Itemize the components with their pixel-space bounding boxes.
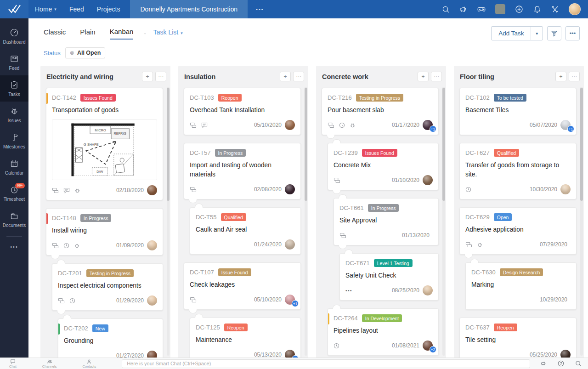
task-id-link[interactable]: DC-T661 [339, 204, 364, 211]
task-id-link[interactable]: DC-T107 [190, 269, 214, 276]
column-scrollbar[interactable] [305, 87, 307, 356]
sidebar-item-feed[interactable]: Feed [0, 49, 28, 75]
app-logo[interactable] [0, 0, 28, 18]
task-card[interactable]: DC-T125 Reopen Maintenance 05/13/2020 +1 [190, 318, 301, 358]
assignee-overflow-badge[interactable]: +1 [430, 125, 436, 132]
task-id-link[interactable]: DC-T627 [465, 149, 490, 156]
tab-kanban[interactable]: Kanban [110, 28, 134, 40]
sidebar-item-documents[interactable]: Documents [0, 206, 28, 233]
task-title[interactable]: Marking [471, 280, 571, 290]
scrollbar-thumb[interactable] [442, 88, 445, 201]
assignee-avatar[interactable] [147, 295, 157, 306]
task-card[interactable]: DC-T55 Qualified Caulk and Air seal 01/2… [190, 207, 301, 255]
task-id-link[interactable]: DC-T102 [465, 94, 490, 101]
assignee-avatar[interactable] [423, 285, 433, 295]
statusbar-contacts[interactable]: Contacts [83, 359, 96, 369]
filter-status-link[interactable]: Status [44, 50, 61, 57]
column-add-button[interactable]: + [142, 72, 153, 81]
assignee-overflow-badge[interactable]: +1 [292, 300, 299, 307]
column-scrollbar[interactable] [167, 87, 170, 356]
task-title[interactable]: Pour basement slab [328, 106, 433, 115]
search-icon[interactable] [441, 5, 450, 13]
assignee-avatar[interactable]: +2 [423, 341, 433, 351]
task-title[interactable]: Site Approval [339, 216, 433, 225]
notifications-icon[interactable] [533, 5, 541, 13]
tab-plain[interactable]: Plain [80, 28, 95, 39]
sidebar-item-timesheet[interactable]: 99+ Timesheet [0, 180, 28, 206]
task-list-dropdown[interactable]: Task List▾ [153, 28, 183, 38]
user-avatar[interactable] [569, 3, 581, 15]
assignee-avatar[interactable]: +1 [560, 120, 571, 130]
sidebar-item-dashboard[interactable]: Dashboard [0, 23, 28, 49]
task-card[interactable]: DC-T102 To be tested Basement Tiles 05/0… [459, 88, 577, 135]
column-more-button[interactable]: ⋯ [569, 72, 580, 81]
add-icon[interactable] [515, 5, 523, 13]
nav-feed[interactable]: Feed [63, 0, 90, 18]
assignee-avatar[interactable]: +1 [423, 120, 433, 130]
column-more-button[interactable]: ⋯ [155, 72, 166, 81]
task-title[interactable]: Install wiring [52, 226, 157, 235]
column-add-button[interactable]: + [555, 72, 566, 81]
task-title[interactable]: Import and testing of wooden materials [190, 161, 295, 179]
task-card[interactable]: DC-T630 Design Research Marking 10/29/20… [465, 262, 577, 310]
task-title[interactable]: Concrete Mix [334, 161, 433, 170]
tab-classic[interactable]: Classic [44, 28, 66, 39]
megaphone-icon[interactable] [540, 360, 547, 367]
task-card[interactable]: DC-T107 Issue Found Check leakages 05/10… [184, 262, 301, 310]
task-title[interactable]: Inspect electrical components [58, 281, 157, 290]
task-id-link[interactable]: DC-T125 [196, 324, 220, 331]
timer-icon[interactable] [495, 4, 505, 14]
task-id-link[interactable]: DC-T239 [334, 149, 358, 156]
assignee-avatar[interactable] [560, 184, 571, 194]
task-attachment-image[interactable]: MICRO REFRIG G-SHAPE D/W [52, 119, 157, 180]
scrollbar-thumb[interactable] [167, 88, 170, 201]
assignee-avatar[interactable] [285, 184, 295, 194]
assignee-avatar[interactable] [285, 120, 295, 130]
task-card[interactable]: DC-T239 Issues Found Concrete Mix 01/10/… [328, 143, 439, 190]
task-id-link[interactable]: DC-T103 [190, 94, 214, 101]
announcements-icon[interactable] [459, 5, 468, 13]
setup-tools-icon[interactable] [551, 5, 559, 13]
add-task-button[interactable]: Add Task [492, 30, 531, 37]
column-more-button[interactable]: ⋯ [293, 72, 304, 81]
task-title[interactable]: Adhesive application [465, 225, 571, 234]
task-id-link[interactable]: DC-T55 [196, 214, 217, 221]
scrollbar-thumb[interactable] [305, 88, 307, 201]
column-more-button[interactable]: ⋯ [431, 72, 442, 81]
task-title[interactable]: Tile setting [465, 335, 571, 345]
assignee-avatar[interactable] [285, 239, 295, 250]
task-card[interactable]: DC-T637 Reopen Tile setting 05/25/2020 [459, 318, 577, 358]
assignee-avatar[interactable] [147, 185, 157, 195]
column-add-button[interactable]: + [418, 72, 429, 81]
task-card[interactable]: DC-T148 In Progress Install wiring 01/09… [46, 208, 163, 255]
task-id-link[interactable]: DC-T671 [345, 260, 370, 267]
sidebar-item-tasks[interactable]: Tasks [0, 75, 28, 102]
column-add-button[interactable]: + [280, 72, 291, 81]
assignee-avatar[interactable] [423, 175, 433, 185]
task-title[interactable]: Safety Unit Check [345, 271, 433, 280]
sidebar-item-calendar[interactable]: Calendar [0, 154, 28, 180]
task-id-link[interactable]: DC-T629 [465, 214, 490, 221]
assignee-avatar[interactable] [147, 240, 157, 250]
task-card[interactable]: DC-T103 Reopen Overhead Tank Installatio… [184, 88, 301, 135]
remove-filter-icon[interactable]: ⊗ [70, 50, 74, 56]
nav-home[interactable]: Home▾ [28, 0, 63, 18]
task-title[interactable]: Basement Tiles [465, 106, 571, 115]
column-scrollbar[interactable] [580, 87, 583, 356]
task-card[interactable]: DC-T629 Open Adhesive application 07/29/… [459, 207, 577, 255]
sidebar-more-button[interactable]: ••• [0, 240, 28, 253]
task-title[interactable]: Grounding [64, 336, 157, 346]
assignee-avatar[interactable]: +1 [285, 350, 295, 358]
task-title[interactable]: Transfer of goods from storage to site. [465, 161, 571, 179]
task-title[interactable]: Maintenance [196, 335, 295, 345]
task-card[interactable]: DC-T216 Testing in Progress Pour basemen… [322, 88, 439, 135]
task-id-link[interactable]: DC-T148 [52, 215, 76, 221]
task-card[interactable]: DC-T264 In Development Pipelines layout … [328, 308, 439, 356]
assignee-avatar[interactable]: +1 [285, 295, 295, 305]
task-title[interactable]: Transportation of goods [52, 106, 157, 115]
task-card[interactable]: DC-T57 In Progress Import and testing of… [184, 143, 301, 199]
task-title[interactable]: Overhead Tank Installation [190, 106, 295, 115]
games-icon[interactable] [477, 5, 486, 13]
task-card[interactable]: DC-T671 Level 1 Testing Safety Unit Chec… [339, 253, 439, 301]
task-id-link[interactable]: DC-T264 [334, 315, 358, 322]
